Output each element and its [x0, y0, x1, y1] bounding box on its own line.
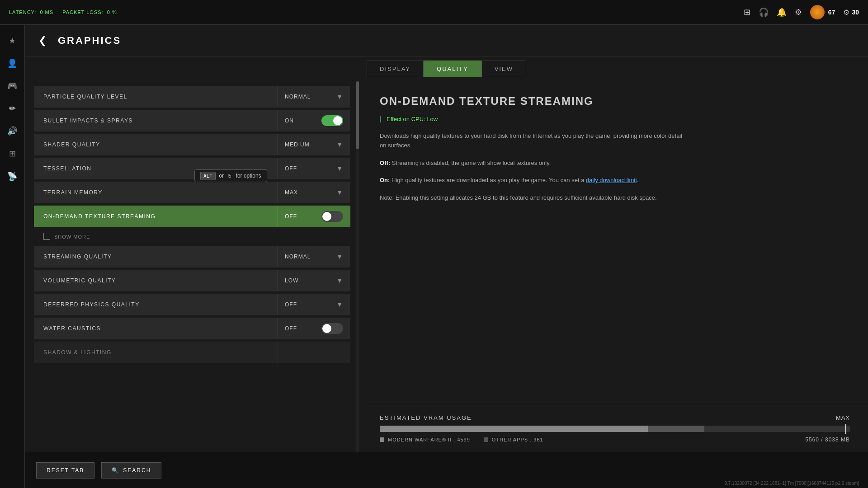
sidebar-icon-favorites[interactable]: ★: [3, 32, 21, 50]
tooltip-or: or: [219, 173, 224, 179]
setting-row-volumetric-quality[interactable]: VOLUMETRIC QUALITY LOW ▼: [34, 270, 350, 291]
tooltip-suffix: for options: [236, 173, 261, 179]
latency-info: LATENCY: 0 MS PACKET LOSS: 0 %: [9, 9, 117, 15]
toggle-water-caustics[interactable]: [321, 323, 343, 334]
setting-row-streaming-quality[interactable]: STREAMING QUALITY NORMAL ▼: [34, 246, 350, 267]
scroll-thumb[interactable]: [356, 81, 359, 149]
legend-other-label: OTHER APPS : 961: [492, 437, 543, 442]
setting-value-terrain-memory: MAX ▼: [278, 182, 350, 203]
setting-value-volumetric-quality: LOW ▼: [278, 270, 350, 291]
avatar: [810, 5, 825, 19]
detail-paragraph-0: Downloads high quality textures to your …: [380, 131, 687, 150]
setting-label-bullet-impacts: BULLET IMPACTS & SPRAYS: [34, 117, 278, 124]
user-credits: 67: [828, 9, 835, 16]
settings-icon[interactable]: ⚙: [795, 7, 802, 17]
setting-label-deferred-physics: DEFERRED PHYSICS QUALITY: [34, 301, 278, 308]
grid-icon[interactable]: ⊞: [744, 7, 750, 17]
reset-tab-button[interactable]: RESET TAB: [36, 462, 94, 479]
toggle-knob: [322, 324, 331, 333]
sidebar-icon-audio[interactable]: 🔊: [3, 122, 21, 140]
mouse-icon: 🖱: [227, 173, 232, 179]
setting-row-shader-quality[interactable]: SHADER QUALITY MEDIUM ▼: [34, 134, 350, 155]
search-label: SEARCH: [123, 467, 151, 474]
sidebar-icon-network[interactable]: 📡: [3, 167, 21, 185]
setting-value-shadow-lighting: [278, 342, 350, 363]
latency-label: LATENCY:: [9, 9, 36, 15]
setting-value-water-caustics: OFF: [278, 318, 350, 339]
setting-row-deferred-physics[interactable]: DEFERRED PHYSICS QUALITY OFF ▼: [34, 294, 350, 315]
indent-icon: [43, 233, 50, 240]
setting-label-streaming-quality: STREAMING QUALITY: [34, 253, 278, 260]
toggle-knob: [322, 212, 331, 221]
detail-paragraph-1: Off: Streaming is disabled, the game wil…: [380, 159, 687, 168]
setting-label-volumetric-quality: VOLUMETRIC QUALITY: [34, 277, 278, 284]
tab-display[interactable]: DISPLAY: [367, 61, 424, 77]
chevron-icon: ▼: [336, 165, 343, 172]
toggle-knob: [333, 116, 342, 125]
setting-value-on-demand-texture: OFF: [278, 206, 350, 227]
alt-key: ALT: [200, 172, 216, 180]
notification-icon[interactable]: 🔔: [777, 7, 787, 17]
latency-value: 0 MS: [40, 9, 53, 15]
tab-quality[interactable]: QUALITY: [424, 61, 481, 77]
toggle-bullet-impacts[interactable]: [321, 115, 343, 126]
version-info: 9.7.13200072 [34:222:1681+1] Tm [7000][1…: [724, 481, 859, 486]
setting-row-particle-quality[interactable]: PARTICLE QUALITY LEVEL NORMAL ▼: [34, 86, 350, 108]
tab-view[interactable]: VIEW: [481, 61, 526, 77]
sidebar-icon-interface[interactable]: ⊞: [3, 145, 21, 163]
search-button[interactable]: 🔍 SEARCH: [101, 462, 161, 479]
vram-marker: [845, 424, 846, 434]
chevron-icon: ▼: [336, 189, 343, 196]
cp-area: ⚙ 30: [843, 8, 859, 17]
vram-bar-mw: [380, 426, 648, 432]
vram-label: ESTIMATED VRAM USAGE: [380, 414, 472, 421]
sidebar-icon-graphics[interactable]: ✏: [3, 99, 21, 117]
detail-paragraph-3: Note: Enabling this setting allocates 24…: [380, 193, 687, 203]
setting-label-shader-quality: SHADER QUALITY: [34, 141, 278, 148]
headset-icon[interactable]: 🎧: [759, 7, 769, 17]
packet-loss-value: 0 %: [107, 9, 117, 15]
settings-list: PARTICLE QUALITY LEVEL NORMAL ▼ BULLET I…: [25, 81, 359, 452]
show-more-row[interactable]: SHOW MORE: [34, 230, 350, 244]
chevron-icon: ▼: [336, 93, 343, 100]
setting-row-terrain-memory[interactable]: TERRAIN MEMORY MAX ▼: [34, 182, 350, 203]
detail-paragraph-2: On: High quality textures are downloaded…: [380, 176, 687, 185]
search-icon: 🔍: [112, 467, 119, 474]
vram-legend: MODERN WARFARE® II : 4599 OTHER APPS : 9…: [380, 436, 850, 443]
tab-bar: DISPLAY QUALITY VIEW: [25, 56, 868, 81]
topbar-left: LATENCY: 0 MS PACKET LOSS: 0 %: [9, 9, 117, 15]
legend-other: OTHER APPS : 961: [484, 437, 543, 442]
setting-value-deferred-physics: OFF ▼: [278, 294, 350, 315]
setting-label-terrain-memory: TERRAIN MEMORY: [34, 189, 278, 196]
setting-row-water-caustics[interactable]: WATER CAUSTICS OFF: [34, 318, 350, 339]
setting-row-shadow-lighting[interactable]: SHADOW & LIGHTING: [34, 342, 350, 363]
user-area: 67: [810, 5, 835, 19]
vram-max: MAX: [836, 414, 850, 421]
cp-credits: 30: [852, 9, 859, 16]
setting-value-streaming-quality: NORMAL ▼: [278, 246, 350, 267]
vram-total: 5560 / 8038 MB: [805, 436, 850, 443]
left-sidebar: ★ 👤 🎮 ✏ 🔊 ⊞ 📡: [0, 25, 25, 488]
download-limit-link[interactable]: daily download limit: [586, 177, 637, 183]
toggle-on-demand-texture[interactable]: [321, 211, 343, 222]
tooltip-popup: ALT or 🖱 for options: [194, 169, 267, 182]
setting-row-tessellation[interactable]: TESSELLATION OFF ▼: [34, 158, 350, 179]
show-more-label: SHOW MORE: [54, 234, 90, 239]
packet-loss-label: PACKET LOSS:: [62, 9, 103, 15]
setting-value-tessellation: OFF ▼: [278, 158, 350, 179]
setting-row-on-demand-texture[interactable]: ON-DEMAND TEXTURE STREAMING OFF: [34, 206, 350, 227]
legend-dot-other: [484, 437, 488, 442]
legend-mw: MODERN WARFARE® II : 4599: [380, 437, 470, 442]
setting-label-shadow-lighting: SHADOW & LIGHTING: [34, 349, 278, 356]
page-title: GRAPHICS: [58, 35, 121, 47]
back-button[interactable]: ❮: [38, 35, 47, 47]
sidebar-icon-player[interactable]: 👤: [3, 54, 21, 72]
legend-mw-label: MODERN WARFARE® II : 4599: [388, 437, 470, 442]
setting-value-bullet-impacts: ON: [278, 110, 350, 131]
sidebar-icon-controller[interactable]: 🎮: [3, 77, 21, 95]
chevron-icon: ▼: [336, 253, 343, 260]
legend-dot-mw: [380, 437, 384, 442]
scroll-track[interactable]: [356, 81, 359, 452]
setting-row-bullet-impacts[interactable]: BULLET IMPACTS & SPRAYS ON: [34, 110, 350, 131]
setting-value-particle-quality: NORMAL ▼: [278, 86, 350, 107]
